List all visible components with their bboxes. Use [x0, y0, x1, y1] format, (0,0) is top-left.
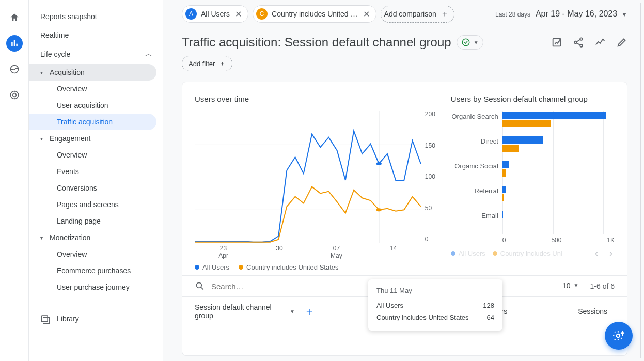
- add-dimension-icon[interactable]: ＋: [304, 305, 315, 319]
- chevron-up-icon: ︿: [145, 50, 152, 59]
- report-card: Users over time 200 150 100 50 0: [182, 82, 627, 356]
- check-circle-icon: [461, 38, 470, 47]
- svg-point-13: [376, 162, 382, 165]
- bar-legend-country-us[interactable]: Country includes Uni: [493, 249, 562, 257]
- sidebar-library[interactable]: Library: [29, 308, 163, 329]
- sidebar-user-acquisition[interactable]: User acquisition: [29, 97, 163, 114]
- chart-area: Users over time 200 150 100 50 0: [182, 82, 627, 276]
- customize-report-icon[interactable]: [551, 37, 562, 48]
- svg-point-16: [617, 334, 620, 338]
- bar-segment[interactable]: [502, 136, 543, 144]
- close-icon[interactable]: ✕: [362, 9, 371, 19]
- bar-segment[interactable]: [502, 120, 552, 127]
- lifecycle-label: Life cycle: [40, 50, 70, 58]
- insights-icon[interactable]: [594, 37, 606, 48]
- bar-segment[interactable]: [502, 194, 504, 201]
- legend-prev-icon[interactable]: ‹: [593, 248, 600, 259]
- badge-a-icon: A: [185, 8, 197, 20]
- badge-c-icon: C: [256, 8, 268, 20]
- plus-icon: ＋: [219, 59, 226, 68]
- line-chart-title: Users over time: [195, 95, 441, 103]
- bar-chart[interactable]: Organic SearchDirectOrganic SocialReferr…: [451, 111, 615, 245]
- bar-segment[interactable]: [502, 112, 606, 119]
- sidebar-eng-pages[interactable]: Pages and screens: [29, 196, 163, 213]
- status-pill[interactable]: ▼: [457, 35, 483, 50]
- sidebar-eng-landing[interactable]: Landing page: [29, 213, 163, 229]
- sidebar-eng-conversions[interactable]: Conversions: [29, 180, 163, 196]
- sidebar-eng-events[interactable]: Events: [29, 163, 163, 180]
- dimension-header[interactable]: Session default channel group ▼ ＋: [195, 303, 315, 320]
- svg-point-2: [12, 93, 16, 97]
- report-title: Traffic acquisition: Session default cha…: [182, 35, 451, 50]
- caret-down-icon: ▾: [40, 70, 50, 75]
- sidebar-acq-overview[interactable]: Overview: [29, 81, 163, 97]
- sidebar-group-monetization[interactable]: ▾ Monetization: [29, 229, 163, 246]
- explore-icon[interactable]: [6, 61, 23, 77]
- dot-icon: [493, 251, 497, 256]
- sidebar-reports-snapshot[interactable]: Reports snapshot: [29, 7, 163, 26]
- bar-chart-title: Users by Session default channel group: [451, 95, 615, 103]
- home-icon[interactable]: [6, 9, 23, 26]
- sidebar-mon-ecommerce[interactable]: Ecommerce purchases: [29, 262, 163, 279]
- legend-all-users[interactable]: All Users: [195, 263, 229, 271]
- legend-next-icon[interactable]: ›: [607, 248, 615, 259]
- rows-per-page-select[interactable]: 10 ▼: [562, 281, 578, 291]
- plus-icon: ＋: [441, 9, 449, 20]
- caret-down-icon: ▾: [40, 136, 50, 142]
- acquisition-label: Acquisition: [50, 68, 85, 76]
- bar-row: Organic Search: [451, 111, 615, 135]
- bar-segment[interactable]: [502, 169, 506, 177]
- line-plot-area: [195, 111, 421, 243]
- bar-segment[interactable]: [502, 211, 503, 218]
- chart-tooltip: Thu 11 May All Users 128 Country include…: [368, 279, 502, 331]
- search-icon[interactable]: [195, 281, 205, 291]
- sidebar-eng-overview[interactable]: Overview: [29, 147, 163, 163]
- add-comparison-button[interactable]: Add comparison ＋: [381, 6, 454, 23]
- sidebar-traffic-acquisition[interactable]: Traffic acquisition: [29, 114, 156, 130]
- tooltip-row: Country includes United States 64: [376, 311, 494, 323]
- x-axis-labels: 23Apr 30 07May 14: [195, 245, 421, 260]
- bar-legend-all-users[interactable]: All Users: [451, 249, 485, 257]
- bar-row: Referral: [451, 185, 615, 210]
- insights-fab[interactable]: [605, 322, 633, 350]
- chevron-down-icon: ▼: [574, 282, 579, 288]
- comparison-row: A All Users ✕ C Country includes United …: [182, 5, 627, 23]
- bar-x-labels: 0 500 1K: [502, 237, 615, 245]
- date-range-picker[interactable]: Last 28 days Apr 19 - May 16, 2023 ▼: [495, 9, 627, 19]
- filter-row: Add filter ＋: [182, 56, 627, 71]
- dot-icon: [195, 265, 199, 270]
- scrollbar[interactable]: [640, 3, 641, 358]
- share-icon[interactable]: [573, 37, 584, 48]
- library-label: Library: [57, 315, 79, 323]
- sidebar-section-lifecycle[interactable]: Life cycle ︿: [29, 44, 163, 64]
- tooltip-date: Thu 11 May: [376, 287, 494, 294]
- main-content: A All Users ✕ C Country includes United …: [163, 0, 644, 361]
- title-actions: [551, 37, 627, 48]
- bar-segment[interactable]: [502, 161, 509, 168]
- bar-chart-legend: All Users Country includes Uni ‹ ›: [451, 248, 615, 259]
- sidebar-group-engagement[interactable]: ▾ Engagement: [29, 130, 163, 147]
- add-filter-label: Add filter: [189, 60, 215, 68]
- legend-country-us[interactable]: Country includes United States: [239, 263, 338, 271]
- bar-segment[interactable]: [502, 186, 506, 193]
- reports-sidebar: Reports snapshot Realtime Life cycle ︿ ▾…: [29, 0, 163, 361]
- line-chart[interactable]: 200 150 100 50 0 23Apr 30 07May: [195, 111, 441, 260]
- bar-segment[interactable]: [502, 145, 519, 152]
- add-filter-button[interactable]: Add filter ＋: [182, 56, 232, 71]
- col-sessions[interactable]: Sessions: [514, 307, 615, 316]
- chip-all-users[interactable]: A All Users ✕: [182, 5, 248, 23]
- bar-category-label: Referral: [451, 185, 502, 195]
- title-bar: Traffic acquisition: Session default cha…: [182, 35, 627, 50]
- advertising-icon[interactable]: [6, 87, 23, 103]
- reports-icon[interactable]: [6, 35, 23, 52]
- sidebar-mon-journey[interactable]: User purchase journey: [29, 279, 163, 295]
- close-icon[interactable]: ✕: [234, 9, 243, 19]
- sidebar-group-acquisition[interactable]: ▾ Acquisition: [29, 64, 156, 81]
- monetization-label: Monetization: [50, 233, 90, 242]
- chip-country-us[interactable]: C Country includes United … ✕: [253, 5, 376, 23]
- edit-icon[interactable]: [616, 37, 627, 48]
- sidebar-realtime[interactable]: Realtime: [29, 26, 163, 44]
- sidebar-mon-overview[interactable]: Overview: [29, 246, 163, 262]
- daterange-label: Last 28 days: [495, 11, 530, 18]
- bar-category-label: Organic Search: [451, 111, 502, 120]
